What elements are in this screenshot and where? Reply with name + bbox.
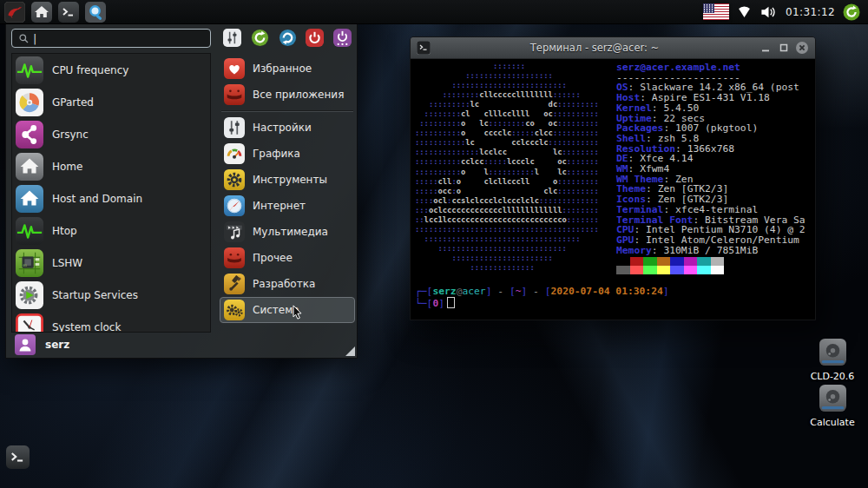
refresh-button[interactable] [251,29,269,47]
home-icon [31,2,52,23]
app-item-host-and-domain[interactable]: Host and Domain [12,182,210,214]
app-item-cpu-frequency[interactable]: CPU frequency [12,54,210,86]
flag-canton [703,3,714,13]
category-label: Разработка [253,278,315,290]
app-label: System clock [52,321,121,333]
category-label: Избранное [253,63,312,75]
all-settings-icon [223,29,241,47]
development-icon [224,274,245,294]
prompt-line2: └─[0] [415,297,669,309]
app-item-htop[interactable]: Htop [12,214,210,247]
app-label: Home [52,161,82,173]
terminal-cursor [447,297,455,308]
desktop-icon-label: Calculate [799,417,865,428]
category-прочее[interactable]: Прочее [220,245,355,271]
app-item-startup-services[interactable]: Startup Services [12,279,210,311]
user-row[interactable]: serz [15,333,69,356]
panel-launchers [4,2,106,23]
minimize-button[interactable] [759,41,773,55]
internet-icon [224,195,245,216]
resize-grip[interactable] [345,346,355,356]
multimedia-icon [224,221,245,242]
drive-icon [819,339,846,366]
category-label: Настройки [253,122,312,134]
search-box[interactable]: | [11,29,211,48]
desktop-icon-calculate[interactable]: Calculate [799,385,865,428]
category-все-приложения[interactable]: Все приложения [220,82,355,108]
all-settings-button[interactable] [223,29,241,47]
app-item-gparted[interactable]: GParted [12,86,210,118]
neofetch-info: serz@acer.example.net-------------------… [616,63,806,255]
category-инструменты[interactable]: Инструменты [220,167,355,193]
app-item-home[interactable]: Home [12,150,210,182]
app-label: Grsync [52,129,89,141]
accessories-icon [224,169,245,190]
category-настройки[interactable]: Настройки [220,115,355,141]
category-система[interactable]: Система [220,297,355,323]
titlebar[interactable]: Терминал - serz@acer: ~ [411,37,815,59]
logout-button[interactable] [333,29,352,47]
home-button[interactable] [31,2,52,23]
top-panel: 01:31:12 [0,0,868,24]
desktop-icon-cld-20-6[interactable]: CLD-20.6 [799,339,865,382]
network-icon[interactable] [737,4,752,19]
category-избранное[interactable]: Избранное [220,56,355,82]
palette-swatch [657,257,671,266]
favorites-icon [224,58,245,79]
palette-swatch [711,266,725,274]
terminal-button[interactable] [58,2,79,23]
terminal-launcher[interactable] [6,445,30,469]
slackware-ascii-art: ::::::: ::::::::::::::::::: ::::::::::::… [415,62,599,273]
category-label: Прочее [253,252,293,264]
palette-swatch [630,257,644,266]
category-мультимедиа[interactable]: Мультимедиа [220,219,355,245]
category-label: Все приложения [253,89,344,101]
window-title: Терминал - serz@acer: ~ [436,42,753,54]
cld-logo-icon [4,2,25,23]
user-name: serz [45,339,69,351]
settings-icon [224,117,245,138]
update-button[interactable] [843,3,860,21]
mouse-cursor-icon [292,305,303,320]
palette-swatch [670,257,684,266]
app-item-grsync[interactable]: Grsync [12,118,210,150]
cld-logo-button[interactable] [4,2,25,23]
system-tray: 01:31:12 [703,3,864,21]
home-folder-icon [16,153,43,181]
us-flag-icon[interactable] [703,3,729,20]
category-label: Графика [253,148,300,160]
terminal-body[interactable]: ::::::: ::::::::::::::::::: ::::::::::::… [411,59,815,320]
shell-prompt: ┌─[serz@acer] - [~] - [2020-07-04 01:30:… [415,286,669,309]
host-domain-icon [16,185,43,213]
category-графика[interactable]: Графика [220,141,355,167]
whisker-menu-button[interactable] [85,2,106,23]
palette-swatch [643,257,657,266]
category-label: Интернет [253,200,306,212]
category-separator [221,110,353,112]
drive-icon [819,385,846,412]
other-icon [224,247,245,268]
category-разработка[interactable]: Разработка [220,271,355,297]
minimize-icon [759,41,773,55]
restart-button[interactable] [279,29,297,47]
palette-swatch [657,266,671,274]
restart-icon [279,29,297,47]
app-item-lshw[interactable]: 01LSHW [12,247,210,279]
category-интернет[interactable]: Интернет [220,193,355,219]
close-button[interactable] [795,41,809,55]
window-terminal-icon [417,41,431,55]
app-label: Startup Services [52,289,138,301]
shutdown-button[interactable] [306,29,324,47]
palette-swatch [697,257,711,266]
desktop-icon-label: CLD-20.6 [799,371,865,382]
search-input[interactable] [42,32,204,44]
refresh-icon [251,29,269,47]
volume-icon[interactable] [760,4,778,20]
category-label: Мультимедиа [253,226,328,238]
update-icon [843,3,860,21]
palette-swatch [684,266,698,274]
app-item-system-clock[interactable]: System clock [12,311,210,333]
system-clock-icon [16,313,43,333]
maximize-button[interactable] [777,41,791,55]
category-label: Инструменты [253,174,327,186]
